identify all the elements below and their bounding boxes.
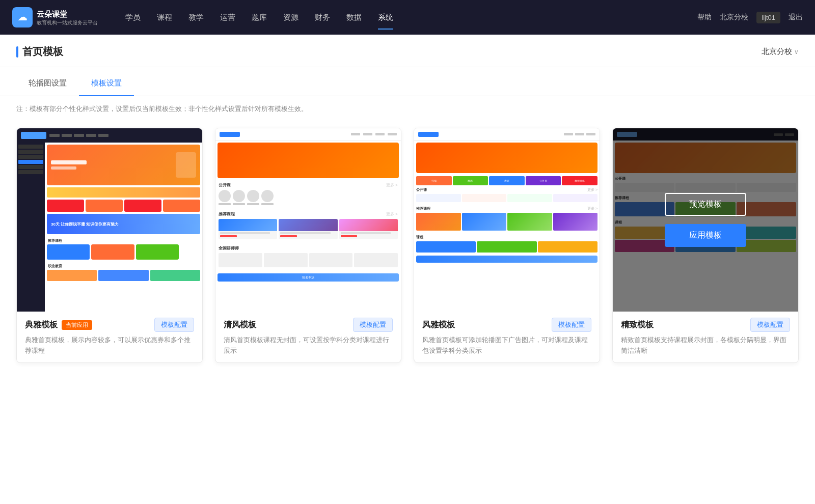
template-desc-qingfeng: 清风首页模板课程无封面，可设置按学科分类对课程进行展示	[224, 335, 393, 356]
template-desc-fengya: 风雅首页模板可添加轮播图下广告图片，可对课程及课程包设置学科分类展示	[422, 335, 591, 356]
tab-template[interactable]: 模板设置	[79, 71, 134, 96]
current-badge: 当前应用	[62, 320, 92, 330]
config-button-jingzhi[interactable]: 模板配置	[750, 318, 790, 332]
template-name-label-3: 风雅模板	[422, 320, 455, 330]
nav-item-data[interactable]: 数据	[339, 9, 369, 26]
brand-main-name: 云朵课堂	[37, 9, 98, 19]
templates-grid: 30天 让你摆脱平庸 知识使你更有魅力 推荐课程 职业教育	[0, 118, 815, 383]
template-preview-jingzhi: 公开课 推荐课程	[613, 128, 798, 312]
template-card-dianyan: 30天 让你摆脱平庸 知识使你更有魅力 推荐课程 职业教育	[16, 128, 203, 363]
template-preview-dianyan: 30天 让你摆脱平庸 知识使你更有魅力 推荐课程 职业教育	[17, 128, 202, 312]
nav-menu: 学员 课程 教学 运营 题库 资源 财务 数据 系统	[118, 9, 697, 26]
template-footer-jingzhi: 精致模板 模板配置 精致首页模板支持课程展示封面，各模板分隔明显，界面简洁清晰	[613, 312, 798, 362]
brand-subtitle: 教育机构一站式服务云平台	[37, 19, 98, 26]
logout-link[interactable]: 退出	[789, 13, 803, 22]
brand-text: 云朵课堂 教育机构一站式服务云平台	[37, 9, 98, 26]
template-footer-qingfeng: 清风模板 模板配置 清风首页模板课程无封面，可设置按学科分类对课程进行展示	[215, 312, 401, 362]
template-card-fengya: 托福 雅思 考研 公务员 教师资格 公开课更多 >	[414, 128, 600, 363]
nav-item-system[interactable]: 系统	[371, 9, 400, 26]
tabs-bar: 轮播图设置 模板设置	[0, 71, 815, 96]
brand-logo-icon: ☁	[12, 7, 33, 27]
navbar: ☁ 云朵课堂 教育机构一站式服务云平台 学员 课程 教学 运营 题库 资源 财务…	[0, 0, 815, 35]
apply-button-jingzhi[interactable]: 应用模板	[665, 224, 746, 247]
template-footer-fengya: 风雅模板 模板配置 风雅首页模板可添加轮播图下广告图片，可对课程及课程包设置学科…	[414, 312, 600, 362]
template-overlay-jingzhi: 预览模板 应用模板	[613, 128, 798, 312]
nav-item-courses[interactable]: 课程	[150, 9, 179, 26]
nav-item-resources[interactable]: 资源	[276, 9, 306, 26]
brand: ☁ 云朵课堂 教育机构一站式服务云平台	[12, 7, 98, 27]
template-name-label-2: 清风模板	[224, 320, 256, 330]
template-card-qingfeng: 公开课 更多 >	[215, 128, 401, 363]
config-button-fengya[interactable]: 模板配置	[552, 318, 591, 332]
user-badge[interactable]: lijt01	[756, 12, 780, 23]
branch-name[interactable]: 北京分校	[720, 13, 748, 22]
template-desc-jingzhi: 精致首页模板支持课程展示封面，各模板分隔明显，界面简洁清晰	[621, 335, 790, 356]
notice-text: 注：模板有部分个性化样式设置，设置后仅当前模板生效；非个性化样式设置后针对所有模…	[0, 96, 815, 118]
template-footer-dianyan: 典雅模板 当前应用 模板配置 典雅首页模板，展示内容较多，可以展示优惠券和多个推…	[17, 312, 202, 362]
navbar-right: 帮助 北京分校 lijt01 退出	[697, 12, 803, 23]
template-name-label-4: 精致模板	[621, 320, 654, 330]
nav-item-finance[interactable]: 财务	[308, 9, 337, 26]
template-preview-qingfeng: 公开课 更多 >	[215, 128, 401, 312]
page-container: 首页模板 北京分校 ∨ 轮播图设置 模板设置 注：模板有部分个性化样式设置，设置…	[0, 35, 815, 504]
chevron-down-icon: ∨	[794, 48, 799, 55]
config-button-dianyan[interactable]: 模板配置	[154, 318, 194, 332]
nav-item-students[interactable]: 学员	[118, 9, 148, 26]
template-card-jingzhi: 公开课 推荐课程	[612, 128, 799, 363]
branch-display-text: 北京分校	[762, 47, 792, 57]
tab-carousel[interactable]: 轮播图设置	[16, 71, 79, 96]
nav-item-teaching[interactable]: 教学	[181, 9, 211, 26]
template-desc-dianyan: 典雅首页模板，展示内容较多，可以展示优惠券和多个推荐课程	[25, 335, 194, 356]
page-title: 首页模板	[16, 45, 63, 59]
page-header: 首页模板 北京分校 ∨	[0, 35, 815, 67]
nav-item-operations[interactable]: 运营	[213, 9, 242, 26]
help-link[interactable]: 帮助	[697, 13, 712, 22]
preview-button-jingzhi[interactable]: 预览模板	[665, 193, 746, 216]
nav-item-questions[interactable]: 题库	[244, 9, 274, 26]
config-button-qingfeng[interactable]: 模板配置	[353, 318, 393, 332]
template-preview-fengya: 托福 雅思 考研 公务员 教师资格 公开课更多 >	[414, 128, 600, 312]
template-name-label: 典雅模板	[25, 320, 58, 330]
branch-display[interactable]: 北京分校 ∨	[762, 47, 799, 57]
